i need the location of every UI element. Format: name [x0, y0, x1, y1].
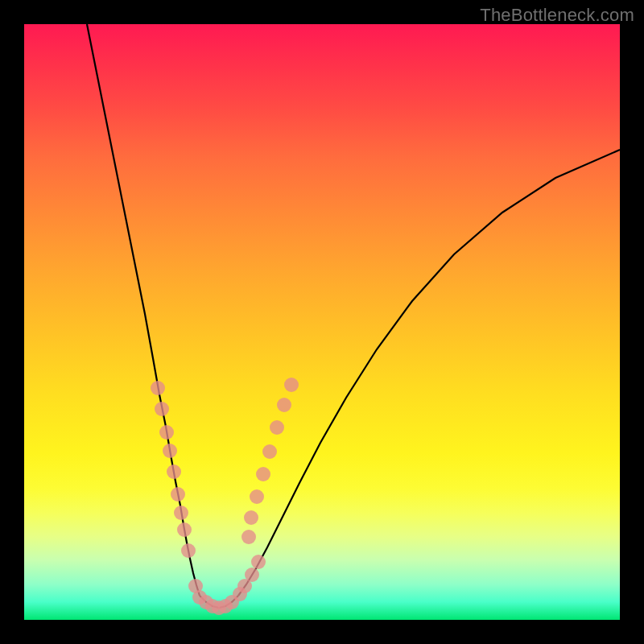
marker-point — [151, 381, 165, 395]
plot-canvas — [24, 24, 620, 620]
marker-point — [251, 555, 266, 569]
marker-point — [277, 398, 291, 412]
marker-point — [284, 378, 299, 392]
chart-frame — [24, 24, 620, 620]
marker-point — [171, 487, 185, 502]
marker-point — [256, 467, 270, 481]
marker-point — [262, 444, 277, 459]
marker-point — [177, 522, 192, 537]
marker-group — [151, 378, 299, 615]
marker-point — [159, 425, 174, 440]
marker-point — [181, 543, 196, 558]
marker-point — [245, 568, 259, 582]
marker-point — [174, 506, 188, 520]
marker-point — [242, 530, 256, 544]
marker-point — [250, 489, 264, 504]
marker-point — [167, 464, 181, 479]
marker-point — [270, 420, 284, 435]
marker-point — [163, 444, 177, 458]
marker-point — [155, 402, 169, 416]
curve-right-arm — [238, 150, 620, 596]
marker-point — [244, 510, 258, 525]
watermark-text: TheBottleneck.com — [480, 5, 634, 26]
